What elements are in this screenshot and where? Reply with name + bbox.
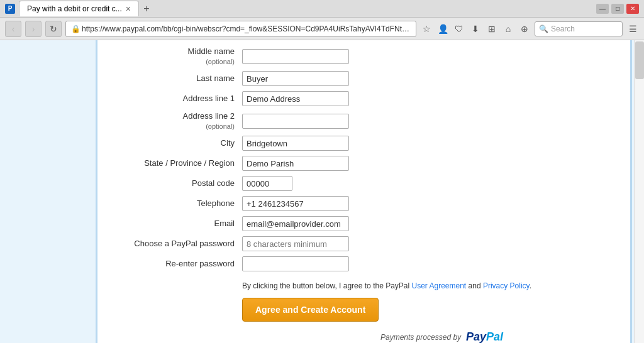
main-area: Middle name (optional) Last name Address… (97, 40, 630, 343)
extensions-icon[interactable]: ⊕ (518, 23, 531, 35)
agree-section: By clicking the button below, I agree to… (104, 280, 605, 343)
forward-button[interactable]: › (25, 21, 42, 37)
state-label: State / Province / Region (104, 158, 242, 169)
address-line2-optional: (optional) (104, 122, 235, 131)
minimize-button[interactable]: — (596, 4, 609, 14)
back-icon: ‹ (12, 24, 15, 34)
last-name-row: Last name (104, 71, 605, 86)
browser-titlebar: P Pay with a debit or credit c... × + — … (0, 0, 644, 18)
apps-icon[interactable]: ⊞ (486, 23, 498, 35)
scrollbar-thumb[interactable] (635, 41, 644, 79)
window-controls: — □ ✕ (596, 4, 639, 14)
refresh-button[interactable]: ↻ (45, 21, 62, 37)
forward-icon: › (32, 24, 35, 34)
email-row: Email (104, 216, 605, 231)
form-container: Middle name (optional) Last name Address… (97, 40, 630, 343)
agree-text-middle: and (466, 281, 483, 290)
paypal-footer: Payments processed by PayPal (242, 330, 605, 343)
address-line1-label: Address line 1 (104, 94, 242, 104)
url-text: https://www.paypal.com/bb/cgi-bin/webscr… (82, 24, 411, 33)
address-line2-row: Address line 2 (optional) (104, 111, 605, 131)
agree-text-prefix: By clicking the button below, I agree to… (242, 281, 412, 290)
middle-name-label: Middle name (optional) (104, 46, 242, 66)
city-row: City (104, 136, 605, 151)
privacy-policy-link[interactable]: Privacy Policy (483, 281, 530, 290)
search-placeholder: Search (551, 24, 575, 33)
email-label: Email (104, 219, 242, 229)
last-name-input[interactable] (242, 71, 349, 86)
address-line2-input[interactable] (242, 114, 349, 129)
city-label: City (104, 138, 242, 149)
profile-icon[interactable]: 👤 (436, 23, 449, 35)
browser-toolbar: ‹ › ↻ 🔒 https://www.paypal.com/bb/cgi-bi… (0, 18, 644, 40)
postal-label: Postal code (104, 178, 242, 189)
city-input[interactable] (242, 136, 349, 151)
password-input[interactable] (242, 236, 349, 251)
state-row: State / Province / Region (104, 156, 605, 171)
bookmark-star-icon[interactable]: ☆ (420, 23, 433, 35)
address-bar[interactable]: 🔒 https://www.paypal.com/bb/cgi-bin/webs… (65, 21, 416, 37)
page-content: Middle name (optional) Last name Address… (0, 40, 644, 343)
search-bar[interactable]: 🔍 Search (535, 21, 623, 36)
tab-close-button[interactable]: × (126, 4, 131, 14)
left-sidebar (0, 40, 97, 343)
payments-processed-text: Payments processed by (380, 333, 461, 342)
state-input[interactable] (242, 156, 349, 171)
postal-input[interactable] (242, 176, 292, 191)
paypal-logo: PayPal (466, 330, 503, 343)
close-button[interactable]: ✕ (626, 4, 639, 14)
browser-tab[interactable]: Pay with a debit or credit c... × (19, 1, 139, 16)
new-tab-button[interactable]: + (139, 1, 154, 16)
password-row: Choose a PayPal password (104, 236, 605, 251)
middle-name-row: Middle name (optional) (104, 46, 605, 66)
home-icon[interactable]: ⌂ (502, 23, 514, 35)
user-agreement-link[interactable]: User Agreement (412, 281, 467, 290)
telephone-row: Telephone (104, 196, 605, 211)
maximize-button[interactable]: □ (611, 4, 624, 14)
scrollbar[interactable] (634, 40, 644, 343)
reenter-password-input[interactable] (242, 256, 349, 271)
password-label: Choose a PayPal password (104, 239, 242, 249)
agree-text-suffix: . (530, 281, 531, 290)
last-name-label: Last name (104, 74, 242, 84)
browser-favicon: P (5, 4, 15, 14)
refresh-icon: ↻ (50, 24, 57, 34)
reenter-password-row: Re-enter password (104, 256, 605, 271)
email-input[interactable] (242, 216, 349, 231)
address-line1-input[interactable] (242, 91, 349, 106)
toolbar-icons: ☆ 👤 🛡 ⬇ ⊞ ⌂ ⊕ (420, 23, 531, 35)
search-icon: 🔍 (539, 24, 548, 33)
reenter-password-label: Re-enter password (104, 259, 242, 270)
tab-title: Pay with a debit or credit c... (27, 4, 122, 13)
back-button[interactable]: ‹ (5, 21, 21, 37)
address-line2-label: Address line 2 (optional) (104, 111, 242, 131)
middle-name-optional: (optional) (104, 57, 235, 66)
middle-name-input[interactable] (242, 49, 349, 64)
postal-row: Postal code (104, 176, 605, 191)
agree-text: By clicking the button below, I agree to… (242, 280, 605, 291)
menu-icon[interactable]: ☰ (626, 23, 639, 35)
lock-icon: 🔒 (71, 24, 80, 33)
telephone-label: Telephone (104, 199, 242, 209)
address-line1-row: Address line 1 (104, 91, 605, 106)
download-icon[interactable]: ⬇ (469, 23, 482, 35)
shield-icon[interactable]: 🛡 (453, 23, 465, 35)
agree-create-account-button[interactable]: Agree and Create Account (242, 298, 379, 322)
telephone-input[interactable] (242, 196, 349, 211)
